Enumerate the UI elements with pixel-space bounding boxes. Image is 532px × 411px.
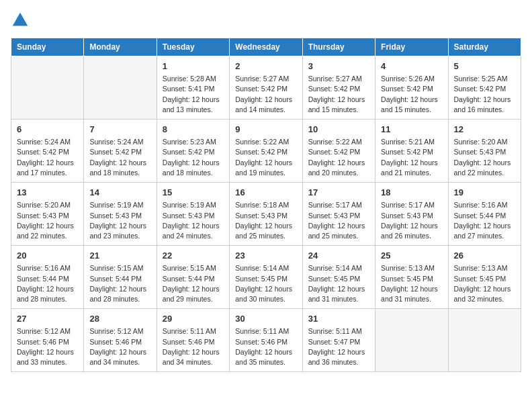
calendar-cell: 21Sunrise: 5:15 AMSunset: 5:44 PMDayligh… xyxy=(84,246,157,309)
calendar-cell: 22Sunrise: 5:15 AMSunset: 5:44 PMDayligh… xyxy=(157,246,229,309)
calendar-cell: 15Sunrise: 5:19 AMSunset: 5:43 PMDayligh… xyxy=(157,183,229,246)
cell-content: Sunrise: 5:14 AMSunset: 5:45 PMDaylight:… xyxy=(308,263,369,304)
calendar-cell: 27Sunrise: 5:12 AMSunset: 5:46 PMDayligh… xyxy=(11,309,84,372)
day-number: 31 xyxy=(308,313,369,325)
cell-content: Sunrise: 5:11 AMSunset: 5:46 PMDaylight:… xyxy=(163,326,224,367)
day-number: 13 xyxy=(17,187,78,199)
day-number: 27 xyxy=(17,313,78,325)
day-number: 20 xyxy=(17,250,78,262)
day-number: 14 xyxy=(89,187,150,199)
calendar-cell: 9Sunrise: 5:22 AMSunset: 5:42 PMDaylight… xyxy=(230,120,302,183)
day-number: 3 xyxy=(308,60,369,73)
cell-content: Sunrise: 5:24 AMSunset: 5:42 PMDaylight:… xyxy=(17,137,78,178)
calendar-cell: 7Sunrise: 5:24 AMSunset: 5:42 PMDaylight… xyxy=(84,120,157,183)
calendar-header-monday: Monday xyxy=(84,38,157,56)
calendar-table: SundayMondayTuesdayWednesdayThursdayFrid… xyxy=(11,38,521,372)
calendar-cell xyxy=(11,56,84,120)
day-number: 30 xyxy=(235,313,296,325)
calendar-cell: 6Sunrise: 5:24 AMSunset: 5:42 PMDaylight… xyxy=(11,120,84,183)
day-number: 1 xyxy=(163,60,224,73)
calendar-header-friday: Friday xyxy=(375,38,448,56)
cell-content: Sunrise: 5:22 AMSunset: 5:42 PMDaylight:… xyxy=(308,137,369,178)
cell-content: Sunrise: 5:20 AMSunset: 5:43 PMDaylight:… xyxy=(17,200,78,241)
calendar-header-thursday: Thursday xyxy=(302,38,375,56)
day-number: 22 xyxy=(163,250,224,262)
cell-content: Sunrise: 5:18 AMSunset: 5:43 PMDaylight:… xyxy=(235,200,296,241)
day-number: 5 xyxy=(454,60,515,73)
day-number: 4 xyxy=(381,60,442,73)
day-number: 2 xyxy=(235,60,296,73)
cell-content: Sunrise: 5:20 AMSunset: 5:43 PMDaylight:… xyxy=(454,137,515,178)
cell-content: Sunrise: 5:27 AMSunset: 5:42 PMDaylight:… xyxy=(308,74,369,115)
page-header xyxy=(11,11,521,30)
calendar-header-saturday: Saturday xyxy=(448,38,521,56)
calendar-cell: 1Sunrise: 5:28 AMSunset: 5:41 PMDaylight… xyxy=(157,56,229,120)
calendar-cell: 8Sunrise: 5:23 AMSunset: 5:42 PMDaylight… xyxy=(157,120,229,183)
cell-content: Sunrise: 5:17 AMSunset: 5:43 PMDaylight:… xyxy=(381,200,442,241)
cell-content: Sunrise: 5:28 AMSunset: 5:41 PMDaylight:… xyxy=(163,74,224,115)
cell-content: Sunrise: 5:16 AMSunset: 5:44 PMDaylight:… xyxy=(17,263,78,304)
calendar-cell: 23Sunrise: 5:14 AMSunset: 5:45 PMDayligh… xyxy=(230,246,302,309)
day-number: 28 xyxy=(89,313,150,325)
day-number: 6 xyxy=(17,124,78,136)
calendar-cell: 25Sunrise: 5:13 AMSunset: 5:45 PMDayligh… xyxy=(375,246,448,309)
cell-content: Sunrise: 5:14 AMSunset: 5:45 PMDaylight:… xyxy=(235,263,296,304)
calendar-header-row: SundayMondayTuesdayWednesdayThursdayFrid… xyxy=(11,38,521,56)
cell-content: Sunrise: 5:13 AMSunset: 5:45 PMDaylight:… xyxy=(381,263,442,304)
cell-content: Sunrise: 5:21 AMSunset: 5:42 PMDaylight:… xyxy=(381,137,442,178)
calendar-cell: 31Sunrise: 5:11 AMSunset: 5:47 PMDayligh… xyxy=(302,309,375,372)
day-number: 15 xyxy=(163,187,224,199)
calendar-cell: 3Sunrise: 5:27 AMSunset: 5:42 PMDaylight… xyxy=(302,56,375,120)
calendar-week-2: 6Sunrise: 5:24 AMSunset: 5:42 PMDaylight… xyxy=(11,120,521,183)
cell-content: Sunrise: 5:16 AMSunset: 5:44 PMDaylight:… xyxy=(454,200,515,241)
cell-content: Sunrise: 5:12 AMSunset: 5:46 PMDaylight:… xyxy=(17,326,78,367)
calendar-week-3: 13Sunrise: 5:20 AMSunset: 5:43 PMDayligh… xyxy=(11,183,521,246)
cell-content: Sunrise: 5:11 AMSunset: 5:47 PMDaylight:… xyxy=(308,326,369,367)
calendar-week-1: 1Sunrise: 5:28 AMSunset: 5:41 PMDaylight… xyxy=(11,56,521,120)
cell-content: Sunrise: 5:24 AMSunset: 5:42 PMDaylight:… xyxy=(89,137,150,178)
day-number: 16 xyxy=(235,187,296,199)
calendar-cell xyxy=(375,309,448,372)
calendar-cell xyxy=(84,56,157,120)
day-number: 23 xyxy=(235,250,296,262)
calendar-cell: 26Sunrise: 5:13 AMSunset: 5:45 PMDayligh… xyxy=(448,246,521,309)
calendar-body: 1Sunrise: 5:28 AMSunset: 5:41 PMDaylight… xyxy=(11,56,521,372)
calendar-cell: 4Sunrise: 5:26 AMSunset: 5:42 PMDaylight… xyxy=(375,56,448,120)
day-number: 8 xyxy=(163,124,224,136)
day-number: 25 xyxy=(381,250,442,262)
calendar-header-sunday: Sunday xyxy=(11,38,84,56)
calendar-cell: 12Sunrise: 5:20 AMSunset: 5:43 PMDayligh… xyxy=(448,120,521,183)
day-number: 10 xyxy=(308,124,369,136)
calendar-cell: 10Sunrise: 5:22 AMSunset: 5:42 PMDayligh… xyxy=(302,120,375,183)
cell-content: Sunrise: 5:12 AMSunset: 5:46 PMDaylight:… xyxy=(89,326,150,367)
cell-content: Sunrise: 5:11 AMSunset: 5:46 PMDaylight:… xyxy=(235,326,296,367)
cell-content: Sunrise: 5:22 AMSunset: 5:42 PMDaylight:… xyxy=(235,137,296,178)
day-number: 26 xyxy=(454,250,515,262)
calendar-cell: 24Sunrise: 5:14 AMSunset: 5:45 PMDayligh… xyxy=(302,246,375,309)
day-number: 17 xyxy=(308,187,369,199)
svg-marker-0 xyxy=(13,13,28,26)
calendar-cell: 18Sunrise: 5:17 AMSunset: 5:43 PMDayligh… xyxy=(375,183,448,246)
calendar-header-tuesday: Tuesday xyxy=(157,38,229,56)
calendar-cell xyxy=(448,309,521,372)
calendar-cell: 20Sunrise: 5:16 AMSunset: 5:44 PMDayligh… xyxy=(11,246,84,309)
logo xyxy=(11,11,32,30)
cell-content: Sunrise: 5:17 AMSunset: 5:43 PMDaylight:… xyxy=(308,200,369,241)
calendar-cell: 5Sunrise: 5:25 AMSunset: 5:42 PMDaylight… xyxy=(448,56,521,120)
calendar-cell: 11Sunrise: 5:21 AMSunset: 5:42 PMDayligh… xyxy=(375,120,448,183)
calendar-cell: 19Sunrise: 5:16 AMSunset: 5:44 PMDayligh… xyxy=(448,183,521,246)
cell-content: Sunrise: 5:19 AMSunset: 5:43 PMDaylight:… xyxy=(163,200,224,241)
cell-content: Sunrise: 5:15 AMSunset: 5:44 PMDaylight:… xyxy=(163,263,224,304)
cell-content: Sunrise: 5:13 AMSunset: 5:45 PMDaylight:… xyxy=(454,263,515,304)
calendar-cell: 13Sunrise: 5:20 AMSunset: 5:43 PMDayligh… xyxy=(11,183,84,246)
day-number: 29 xyxy=(163,313,224,325)
cell-content: Sunrise: 5:27 AMSunset: 5:42 PMDaylight:… xyxy=(235,74,296,115)
day-number: 11 xyxy=(381,124,442,136)
calendar-cell: 30Sunrise: 5:11 AMSunset: 5:46 PMDayligh… xyxy=(230,309,302,372)
calendar-week-4: 20Sunrise: 5:16 AMSunset: 5:44 PMDayligh… xyxy=(11,246,521,309)
calendar-cell: 16Sunrise: 5:18 AMSunset: 5:43 PMDayligh… xyxy=(230,183,302,246)
day-number: 24 xyxy=(308,250,369,262)
calendar-cell: 14Sunrise: 5:19 AMSunset: 5:43 PMDayligh… xyxy=(84,183,157,246)
cell-content: Sunrise: 5:23 AMSunset: 5:42 PMDaylight:… xyxy=(163,137,224,178)
day-number: 18 xyxy=(381,187,442,199)
